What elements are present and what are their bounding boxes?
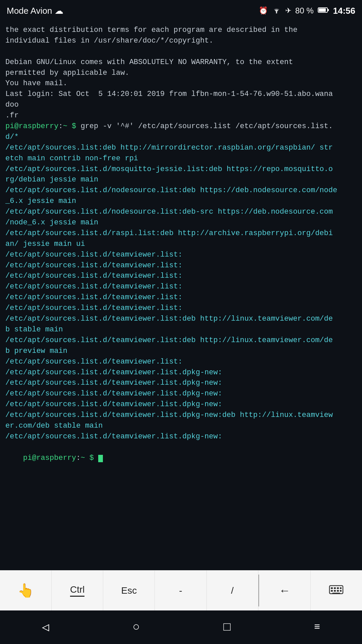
wifi-icon bbox=[272, 6, 281, 15]
terminal-line: doo bbox=[5, 100, 357, 110]
svg-rect-9 bbox=[331, 590, 333, 592]
terminal-line: /etc/apt/sources.list.d/nodesource.list:… bbox=[5, 185, 357, 196]
nav-bar: ◁ ○ □ ≡ bbox=[0, 610, 362, 644]
menu-button[interactable]: ≡ bbox=[314, 622, 320, 633]
terminal-line: /etc/apt/sources.list.d/teamviewer.list.… bbox=[5, 367, 357, 378]
recents-button[interactable]: □ bbox=[223, 621, 231, 634]
terminal-line: /etc/apt/sources.list.d/teamviewer.list.… bbox=[5, 431, 357, 442]
status-right: ⏰ ✈ 80 % 14:56 bbox=[259, 6, 355, 16]
alarm-icon: ⏰ bbox=[259, 6, 268, 15]
terminal-line: _6.x jessie main bbox=[5, 196, 357, 207]
terminal-line: /etc/apt/sources.list.d/teamviewer.list: bbox=[5, 357, 357, 367]
svg-rect-10 bbox=[334, 590, 336, 592]
backspace-button[interactable]: ← bbox=[259, 571, 311, 610]
terminal-line: b preview main bbox=[5, 346, 357, 357]
terminal-line: /node_6.x jessie main bbox=[5, 217, 357, 228]
toolbar: 👆 Ctrl Esc - / ← bbox=[0, 570, 362, 610]
terminal-line: /etc/apt/sources.list.d/teamviewer.list: bbox=[5, 260, 357, 271]
terminal-output[interactable]: the exact distribution terms for each pr… bbox=[0, 21, 362, 570]
terminal-line: /etc/apt/sources.list.d/mosquitto-jessie… bbox=[5, 164, 357, 175]
terminal-line: pi@raspberry:~ $ grep -v '^#' /etc/apt/s… bbox=[5, 121, 357, 132]
terminal-line: /etc/apt/sources.list.d/teamviewer.list.… bbox=[5, 388, 357, 399]
terminal-line bbox=[5, 46, 357, 57]
svg-rect-6 bbox=[334, 587, 336, 589]
svg-rect-12 bbox=[340, 590, 342, 592]
terminal-line: /etc/apt/sources.list.d/teamviewer.list: bbox=[5, 303, 357, 314]
time-display: 14:56 bbox=[333, 6, 356, 16]
terminal-line: b stable main bbox=[5, 324, 357, 335]
terminal-line: /etc/apt/sources.list.d/teamviewer.list: bbox=[5, 271, 357, 281]
status-bar: Mode Avion ☁ ⏰ ✈ 80 % 14:56 bbox=[0, 0, 362, 21]
terminal-line: d/* bbox=[5, 132, 357, 143]
svg-rect-7 bbox=[337, 587, 339, 589]
terminal-line: er.com/deb stable main bbox=[5, 421, 357, 431]
battery-icon bbox=[318, 6, 329, 15]
svg-point-0 bbox=[276, 12, 277, 13]
battery-percent: 80 % bbox=[295, 6, 314, 15]
terminal-line: rg/debian jessie main bbox=[5, 174, 357, 185]
terminal-line: Debian GNU/Linux comes with ABSOLUTELY N… bbox=[5, 57, 357, 68]
terminal-line: /etc/apt/sources.list.d/teamviewer.list.… bbox=[5, 378, 357, 388]
terminal-prompt-line: pi@raspberry:~ $ bbox=[5, 442, 357, 474]
dash-button[interactable]: - bbox=[155, 571, 206, 610]
terminal-line: /etc/apt/sources.list.d/teamviewer.list.… bbox=[5, 399, 357, 410]
terminal-line: /etc/apt/sources.list.d/raspi.list:deb h… bbox=[5, 228, 357, 239]
cursor bbox=[98, 455, 103, 462]
back-button[interactable]: ◁ bbox=[42, 620, 49, 635]
terminal-line: /etc/apt/sources.list.d/teamviewer.list:… bbox=[5, 314, 357, 324]
touch-mode-button[interactable]: 👆 bbox=[0, 571, 52, 610]
terminal-line: /etc/apt/sources.list.d/teamviewer.list: bbox=[5, 281, 357, 292]
esc-button[interactable]: Esc bbox=[103, 571, 155, 610]
status-title: Mode Avion ☁ bbox=[7, 6, 63, 16]
svg-rect-13 bbox=[332, 593, 340, 594]
terminal-line: /etc/apt/sources.list.d/teamviewer.list: bbox=[5, 292, 357, 303]
home-button[interactable]: ○ bbox=[133, 621, 140, 634]
terminal-line: /etc/apt/sources.list.d/nodesource.list:… bbox=[5, 207, 357, 217]
airplane-icon: ✈ bbox=[285, 6, 291, 15]
keyboard-toggle-button[interactable] bbox=[311, 571, 362, 610]
svg-rect-11 bbox=[337, 590, 339, 592]
terminal-line: /etc/apt/sources.list.d/teamviewer.list.… bbox=[5, 410, 357, 421]
terminal-line: Last login: Sat Oct 5 14:20:01 2019 from… bbox=[5, 89, 357, 100]
svg-rect-3 bbox=[328, 9, 329, 11]
svg-rect-5 bbox=[331, 587, 333, 589]
ctrl-button[interactable]: Ctrl bbox=[52, 571, 103, 610]
terminal-line: .fr bbox=[5, 110, 357, 121]
svg-rect-8 bbox=[340, 587, 342, 589]
svg-rect-4 bbox=[329, 586, 343, 594]
terminal-line: permitted by applicable law. bbox=[5, 68, 357, 78]
svg-rect-2 bbox=[319, 8, 326, 12]
slash-button[interactable]: / bbox=[207, 571, 258, 610]
terminal-line: individual files in /usr/share/doc/*/cop… bbox=[5, 36, 357, 46]
terminal-line: an/ jessie main ui bbox=[5, 239, 357, 250]
toolbar-buttons: 👆 Ctrl Esc - / ← bbox=[0, 571, 362, 610]
terminal-line: You have mail. bbox=[5, 78, 357, 89]
terminal-line: /etc/apt/sources.list.d/teamviewer.list:… bbox=[5, 335, 357, 346]
terminal-line: /etc/apt/sources.list:deb http://mirrord… bbox=[5, 143, 357, 153]
terminal-line: /etc/apt/sources.list.d/teamviewer.list: bbox=[5, 250, 357, 260]
terminal-line: etch main contrib non-free rpi bbox=[5, 153, 357, 164]
terminal-line: the exact distribution terms for each pr… bbox=[5, 25, 357, 36]
